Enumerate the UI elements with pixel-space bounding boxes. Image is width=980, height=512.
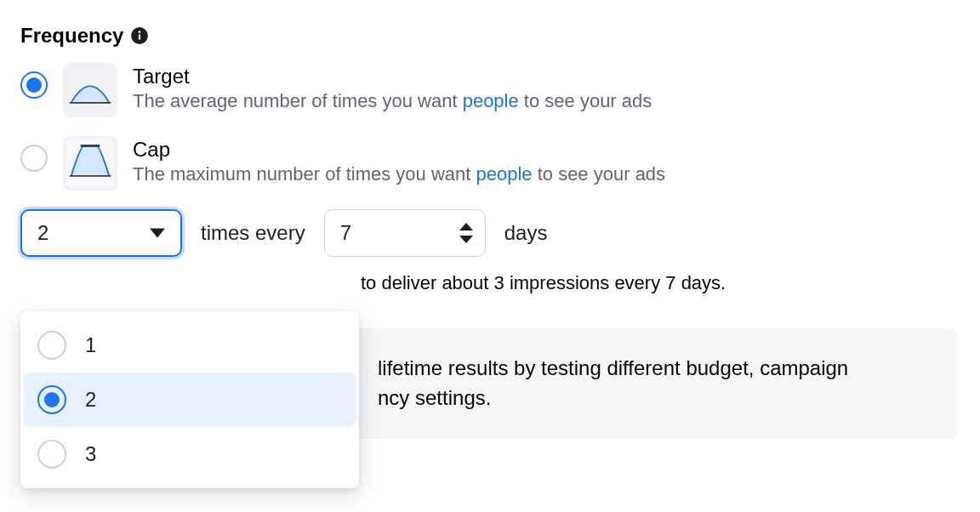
option-label: Cap <box>133 138 665 162</box>
label-times-every: times every <box>201 221 305 245</box>
option-cap[interactable]: Cap The maximum number of times you want… <box>20 136 960 191</box>
stepper-up-icon[interactable] <box>459 223 473 230</box>
radio-target[interactable] <box>20 71 48 99</box>
chevron-down-icon <box>150 229 165 238</box>
target-icon <box>63 63 117 117</box>
tip-line-2: ncy settings. <box>378 386 491 409</box>
dropdown-radio <box>37 440 66 469</box>
frequency-section: Frequency Target The average number of t… <box>0 0 980 294</box>
svg-rect-1 <box>139 34 140 40</box>
section-header: Frequency <box>20 24 960 48</box>
dropdown-option-2[interactable]: 2 <box>24 373 356 427</box>
section-title: Frequency <box>20 24 123 48</box>
frequency-controls: 2 times every 7 days <box>20 209 960 257</box>
number-value: 7 <box>340 221 351 245</box>
dropdown-label: 1 <box>85 333 96 357</box>
stepper <box>459 223 473 243</box>
info-icon[interactable] <box>130 26 149 45</box>
people-link[interactable]: people <box>463 90 519 111</box>
dropdown-label: 2 <box>85 388 96 412</box>
dropdown-label: 3 <box>85 442 96 466</box>
dropdown-option-3[interactable]: 3 <box>24 427 356 481</box>
dropdown-radio <box>37 331 66 360</box>
tip-line-1: lifetime results by testing different bu… <box>378 356 848 379</box>
option-description: The average number of times you want peo… <box>133 90 652 112</box>
option-text: Cap The maximum number of times you want… <box>133 136 665 185</box>
cap-icon <box>63 136 117 191</box>
option-description: The maximum number of times you want peo… <box>133 163 665 185</box>
frequency-times-select[interactable]: 2 <box>20 209 182 257</box>
dropdown-option-1[interactable]: 1 <box>24 318 356 373</box>
frequency-times-dropdown[interactable]: 1 2 3 <box>20 311 359 488</box>
svg-point-2 <box>139 31 141 33</box>
radio-cap[interactable] <box>20 145 48 172</box>
option-label: Target <box>133 65 652 88</box>
stepper-down-icon[interactable] <box>459 236 473 243</box>
delivery-hint: to deliver about 3 impressions every 7 d… <box>20 272 960 294</box>
dropdown-radio <box>37 385 66 414</box>
option-text: Target The average number of times you w… <box>133 63 652 112</box>
frequency-days-input[interactable]: 7 <box>324 209 486 257</box>
option-target[interactable]: Target The average number of times you w… <box>20 63 960 117</box>
label-days: days <box>504 221 548 245</box>
people-link[interactable]: people <box>476 163 532 185</box>
select-value: 2 <box>37 221 48 245</box>
